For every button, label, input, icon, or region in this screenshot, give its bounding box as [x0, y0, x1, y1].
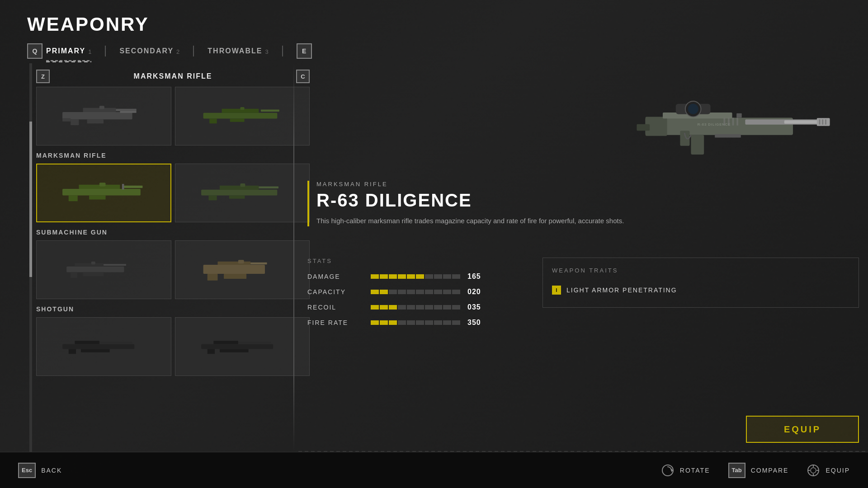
weapon-list-panel: Z MARKSMAN RIFLE C	[25, 63, 310, 452]
svg-rect-28	[75, 263, 104, 266]
center-divider	[289, 63, 298, 452]
traits-title: WEAPON TRAITS	[552, 267, 849, 274]
stat-value-firerate: 350	[467, 319, 490, 327]
weapon-card-3[interactable]	[36, 164, 171, 222]
equip-button[interactable]: EQUIP	[746, 416, 859, 443]
scroll-track	[29, 63, 32, 452]
pip	[398, 274, 406, 279]
stat-row-recoil: RECOIL 035	[307, 303, 533, 311]
page-title: WEAPONRY	[27, 14, 841, 35]
svg-rect-39	[62, 344, 134, 349]
pip	[452, 320, 460, 325]
category-label-shotgun: SHOTGUN	[36, 305, 310, 313]
svg-rect-11	[209, 118, 217, 123]
svg-rect-46	[238, 342, 271, 343]
svg-rect-37	[224, 274, 246, 279]
weapon-grid-4	[36, 317, 310, 376]
weapon-silhouette-3	[44, 173, 164, 213]
svg-rect-3	[71, 119, 79, 125]
svg-rect-2	[116, 109, 137, 111]
weapon-card-5[interactable]	[36, 240, 171, 299]
divider-line	[293, 63, 294, 452]
pip	[452, 274, 460, 279]
weapon-description: This high-caliber marksman rifle trades …	[316, 216, 633, 226]
svg-rect-45	[213, 341, 238, 344]
scroll-thumb	[29, 122, 32, 277]
stat-value-damage: 165	[467, 272, 490, 281]
svg-rect-1	[83, 108, 116, 112]
svg-rect-24	[208, 195, 217, 200]
tab-primary[interactable]: PRIMARY 1	[46, 43, 91, 59]
tab-throwable-label: THROWABLE	[208, 47, 262, 55]
trait-icon-1: I	[552, 286, 561, 295]
back-label: BACK	[41, 467, 62, 474]
tab-primary-number: 1	[88, 48, 91, 55]
svg-rect-33	[203, 265, 264, 274]
pip	[398, 305, 406, 310]
tab-divider-3	[282, 46, 283, 56]
tab-primary-label: PRIMARY	[46, 47, 85, 55]
pip	[443, 320, 451, 325]
weapon-detail-info: MARKSMAN RIFLE R-63 DILIGENCE This high-…	[307, 181, 859, 226]
weapon-name: R-63 DILIGENCE	[316, 190, 859, 211]
svg-rect-7	[99, 106, 104, 109]
pip	[416, 320, 424, 325]
svg-rect-38	[238, 260, 244, 263]
svg-rect-63	[723, 117, 725, 125]
svg-rect-47	[207, 349, 214, 354]
weapon-silhouette-8	[182, 326, 302, 367]
svg-point-57	[688, 104, 698, 114]
compare-label: COMPARE	[751, 467, 789, 474]
pip	[380, 290, 388, 294]
tab-secondary-label: SECONDARY	[119, 47, 174, 55]
tab-secondary[interactable]: SECONDARY 2	[119, 43, 179, 59]
pip	[371, 320, 379, 325]
pip	[380, 320, 388, 325]
pip	[371, 305, 379, 310]
svg-rect-5	[120, 111, 137, 113]
stat-bar-damage	[371, 274, 460, 279]
svg-rect-19	[99, 183, 106, 186]
svg-point-74	[811, 468, 816, 473]
svg-rect-69	[822, 119, 823, 125]
svg-rect-31	[83, 272, 104, 276]
stat-row-firerate: FIRE RATE 350	[307, 319, 533, 327]
svg-rect-53	[637, 124, 650, 131]
pip	[398, 320, 406, 325]
svg-rect-27	[66, 267, 124, 272]
stat-bar-firerate	[371, 320, 460, 325]
compare-key: Tab	[728, 463, 745, 478]
rotate-icon	[661, 464, 675, 477]
pip	[398, 290, 406, 294]
header: WEAPONRY Q PRIMARY 1 SECONDARY 2 THROWAB…	[27, 14, 841, 59]
pip	[389, 305, 397, 310]
svg-rect-22	[220, 186, 259, 190]
svg-rect-25	[229, 195, 245, 198]
rotate-label: ROTATE	[680, 467, 710, 474]
pip	[452, 290, 460, 294]
svg-rect-14	[62, 189, 141, 196]
weapon-card-1[interactable]	[36, 87, 171, 145]
cat-title-marksman-1: MARKSMAN RIFLE	[50, 72, 296, 80]
svg-rect-35	[250, 263, 267, 265]
pip	[443, 274, 451, 279]
tab-throwable[interactable]: THROWABLE 3	[208, 43, 268, 59]
pip	[389, 274, 397, 279]
svg-rect-16	[122, 186, 142, 188]
tab-divider-2	[193, 46, 194, 56]
pip	[407, 305, 415, 310]
svg-rect-30	[71, 272, 78, 278]
stat-label-capacity: CAPACITY	[307, 288, 371, 296]
pip	[434, 305, 442, 310]
pip	[434, 320, 442, 325]
pip	[416, 290, 424, 294]
stats-title: STATS	[307, 258, 533, 264]
svg-rect-58	[736, 113, 742, 118]
weapon-grid-1	[36, 87, 310, 145]
tab-throwable-number: 3	[265, 48, 268, 55]
weapon-card-7[interactable]	[36, 317, 171, 376]
weapon-silhouette-5	[43, 249, 164, 290]
pip	[380, 274, 388, 279]
equip-icon	[807, 464, 820, 477]
weapon-list-inner: Z MARKSMAN RIFLE C	[36, 63, 310, 452]
